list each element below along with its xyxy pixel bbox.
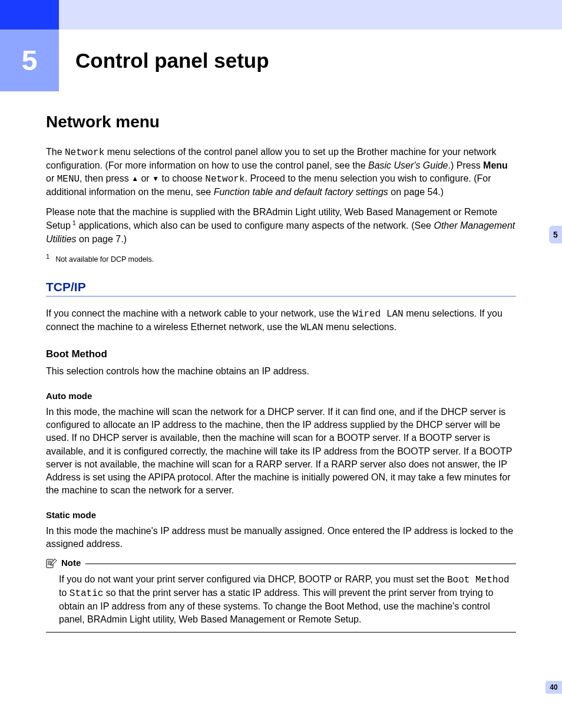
- boot-method-paragraph: This selection controls how the machine …: [46, 365, 516, 378]
- text: or: [46, 173, 57, 183]
- text: on page 54.): [388, 187, 444, 197]
- ref-basic-user-guide: Basic User's Guide: [368, 160, 448, 170]
- chapter-title: Control panel setup: [75, 49, 269, 73]
- chapter-header: 5 Control panel setup: [0, 29, 562, 91]
- text: to: [59, 588, 70, 598]
- top-banner-dark: [0, 0, 59, 29]
- note-body: If you do not want your print server con…: [46, 571, 516, 632]
- code-wlan: WLAN: [300, 322, 323, 333]
- text: , then press: [80, 173, 131, 183]
- footnote-1: 1Not available for DCP models.: [46, 253, 516, 263]
- code-network-2: Network: [205, 174, 244, 185]
- chapter-number-box: 5: [0, 29, 59, 91]
- static-mode-paragraph: In this mode the machine's IP address mu…: [46, 525, 516, 551]
- page-number-tab: 40: [546, 681, 562, 694]
- footnote-number: 1: [46, 253, 49, 260]
- text: .) Press: [448, 160, 484, 170]
- text: to choose: [159, 173, 205, 183]
- text: The: [46, 147, 65, 157]
- top-banner: [0, 0, 562, 29]
- subheading-auto-mode: Auto mode: [46, 391, 516, 401]
- arrow-down-icon: ▼: [152, 174, 159, 184]
- code-network: Network: [65, 147, 104, 158]
- arrow-up-icon: ▲: [131, 174, 138, 184]
- text: menu selections.: [323, 322, 397, 332]
- footnote-ref-1: 1: [71, 219, 76, 226]
- note-label: Note: [61, 558, 81, 568]
- text: If you connect the machine with a networ…: [46, 308, 352, 318]
- code-static: Static: [70, 588, 104, 599]
- note-pencil-icon: [46, 558, 58, 568]
- text: applications, which also can be used to …: [76, 221, 434, 231]
- network-menu-paragraph-2: Please note that the machine is supplied…: [46, 206, 516, 246]
- text: on page 7.): [77, 234, 127, 244]
- text: so that the print server has a static IP…: [59, 588, 493, 624]
- subheading-static-mode: Static mode: [46, 510, 516, 520]
- auto-mode-paragraph: In this mode, the machine will scan the …: [46, 406, 516, 497]
- chapter-title-cell: Control panel setup: [59, 29, 562, 91]
- text-bold-menu: Menu: [483, 160, 508, 170]
- footnote-text: Not available for DCP models.: [55, 255, 154, 263]
- chapter-number: 5: [0, 29, 59, 91]
- note-header: Note: [46, 558, 516, 568]
- section-heading-network-menu: Network menu: [46, 113, 516, 131]
- code-wired-lan: Wired LAN: [352, 309, 403, 319]
- ref-function-table: Function table and default factory setti…: [214, 187, 388, 197]
- side-chapter-tab: 5: [549, 226, 562, 243]
- text: or: [138, 173, 152, 183]
- note-box: Note If you do not want your print serve…: [46, 564, 516, 633]
- code-boot-method: Boot Method: [447, 575, 510, 585]
- tcpip-paragraph-1: If you connect the machine with a networ…: [46, 307, 516, 334]
- code-menu: MENU: [57, 174, 80, 185]
- top-banner-light: [59, 0, 562, 29]
- subheading-boot-method: Boot Method: [46, 348, 516, 360]
- text: If you do not want your print server con…: [59, 574, 447, 584]
- page-content: Network menu The Network menu selections…: [0, 91, 562, 633]
- network-menu-paragraph-1: The Network menu selections of the contr…: [46, 146, 516, 199]
- subsection-heading-tcpip: TCP/IP: [46, 280, 516, 297]
